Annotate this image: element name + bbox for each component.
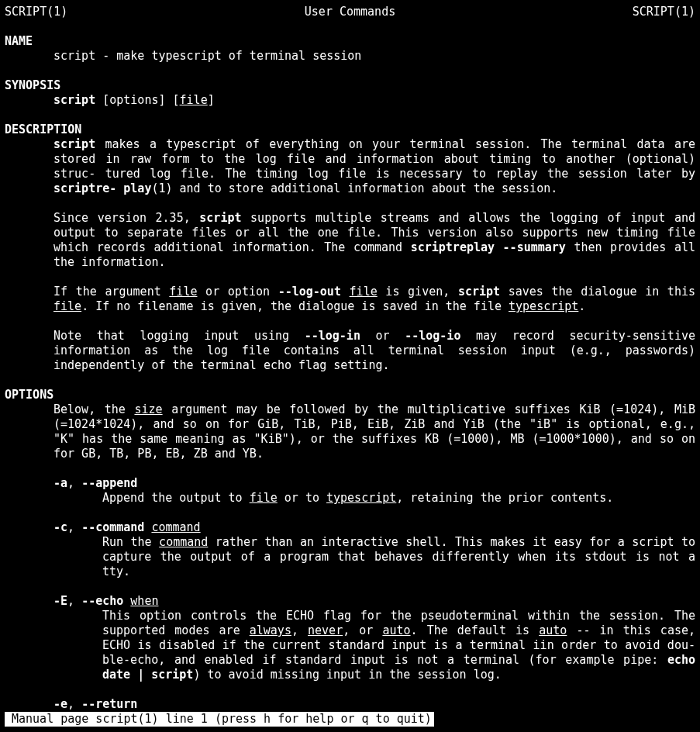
opt-E-sp — [123, 594, 130, 608]
desc-p3-a: If the argument — [53, 285, 169, 299]
desc-p4-c: or — [360, 329, 405, 343]
opt-E-desc-b: . The default is — [411, 623, 540, 637]
opt-E-c2: , or — [343, 623, 382, 637]
synopsis-close: ] — [208, 93, 215, 107]
opt-E-arg: when — [130, 594, 158, 608]
option-a-header: -a, --append — [53, 476, 695, 491]
header-center: User Commands — [305, 5, 395, 19]
option-a-desc: Append the output to file or to typescri… — [102, 491, 695, 506]
opt-E-long: --echo — [81, 594, 123, 608]
opt-c-long: --command — [81, 520, 144, 534]
desc-p3-g: . If no filename is given, the dialogue … — [81, 299, 509, 313]
opt-intro-size: size — [134, 402, 162, 416]
opt-e-short: -e — [53, 697, 67, 711]
opt-E-auto2: auto — [539, 623, 567, 637]
name-line: script - make typescript of terminal ses… — [53, 49, 695, 64]
desc-p3-f: saves the dialogue in this — [500, 285, 695, 299]
desc-p3-logout: --log-out — [278, 285, 341, 299]
opt-E-short: -E — [53, 594, 67, 608]
option-e-header: -e, --return — [53, 697, 695, 712]
desc-p3-d: is given, — [378, 285, 458, 299]
desc-p3-typescript: typescript — [509, 299, 578, 313]
section-name-heading: NAME — [5, 34, 695, 49]
opt-c-cmd: command — [159, 535, 208, 549]
synopsis-line: script [options] [file] — [53, 93, 695, 108]
desc-p3-file2: file — [350, 285, 378, 299]
desc-p2-summary: scriptreplay --summary — [411, 240, 566, 254]
desc-p3-h: . — [578, 299, 585, 313]
desc-p1-tail: (1) and to store additional information … — [151, 181, 557, 195]
opt-c-sep: , — [67, 520, 81, 534]
pager-status-line[interactable]: Manual page script(1) line 1 (press h fo… — [5, 712, 434, 727]
synopsis-file: file — [180, 93, 208, 107]
opt-a-ts: typescript — [326, 491, 396, 505]
description-p3: If the argument file or option --log-out… — [53, 285, 695, 314]
desc-p3-script: script — [458, 285, 500, 299]
header-left: SCRIPT(1) — [5, 5, 67, 19]
desc-p3-file3: file — [53, 299, 81, 313]
section-synopsis-heading: SYNOPSIS — [5, 78, 695, 93]
description-p2: Since version 2.35, script supports mult… — [53, 211, 695, 270]
manpage-view: SCRIPT(1) User Commands SCRIPT(1) NAME s… — [0, 0, 700, 712]
option-c-header: -c, --command command — [53, 520, 695, 535]
header-right: SCRIPT(1) — [633, 5, 695, 19]
opt-a-desc-b: or to — [278, 491, 326, 505]
desc-p4-a: Note that logging input using — [53, 329, 305, 343]
opt-c-arg: command — [151, 520, 200, 534]
desc-p1-script: script — [53, 137, 95, 151]
opt-e-long: --return — [81, 697, 137, 711]
option-E-header: -E, --echo when — [53, 594, 695, 609]
section-options-heading: OPTIONS — [5, 388, 695, 402]
opt-E-sep: , — [67, 594, 81, 608]
desc-p4-logio: --log-io — [405, 329, 460, 343]
desc-p2-script: script — [199, 211, 241, 225]
option-c-desc: Run the command rather than an interacti… — [102, 535, 695, 579]
opt-c-short: -c — [53, 520, 67, 534]
desc-p1-body: makes a typescript of everything on your… — [53, 137, 695, 181]
desc-p2-a: Since version 2.35, — [53, 211, 199, 225]
synopsis-cmd: script — [53, 93, 95, 107]
opt-intro-a: Below, the — [53, 402, 134, 416]
desc-p3-b: or option — [197, 285, 278, 299]
opt-a-sep: , — [67, 476, 81, 490]
section-description-heading: DESCRIPTION — [5, 123, 695, 137]
opt-a-desc-a: Append the output to — [102, 491, 250, 505]
description-p4: Note that logging input using --log-in o… — [53, 329, 695, 373]
opt-c-desc-a: Run the — [102, 535, 159, 549]
opt-E-desc-d: ) to avoid missing input in the session … — [193, 668, 501, 682]
options-intro: Below, the size argument may be followed… — [53, 402, 695, 461]
opt-E-always: always — [250, 623, 291, 637]
option-E-desc: This option controls the ECHO flag for t… — [102, 609, 695, 682]
opt-E-never: never — [308, 623, 343, 637]
description-p1: script makes a typescript of everything … — [53, 137, 695, 196]
synopsis-opts: [options] [ — [95, 93, 179, 107]
opt-a-file: file — [250, 491, 278, 505]
desc-p3-sp — [341, 285, 350, 299]
opt-a-desc-c: , retaining the prior contents. — [396, 491, 613, 505]
opt-a-short: -a — [53, 476, 67, 490]
opt-E-auto1: auto — [382, 623, 410, 637]
desc-p3-file1: file — [169, 285, 197, 299]
manpage-header: SCRIPT(1) User Commands SCRIPT(1) — [5, 5, 695, 19]
opt-e-sep: , — [67, 697, 81, 711]
opt-a-long: --append — [81, 476, 137, 490]
opt-E-c1: , — [291, 623, 308, 637]
desc-p4-login: --log-in — [305, 329, 360, 343]
desc-p1-scriptreplay: scriptre‐ play — [53, 181, 151, 195]
